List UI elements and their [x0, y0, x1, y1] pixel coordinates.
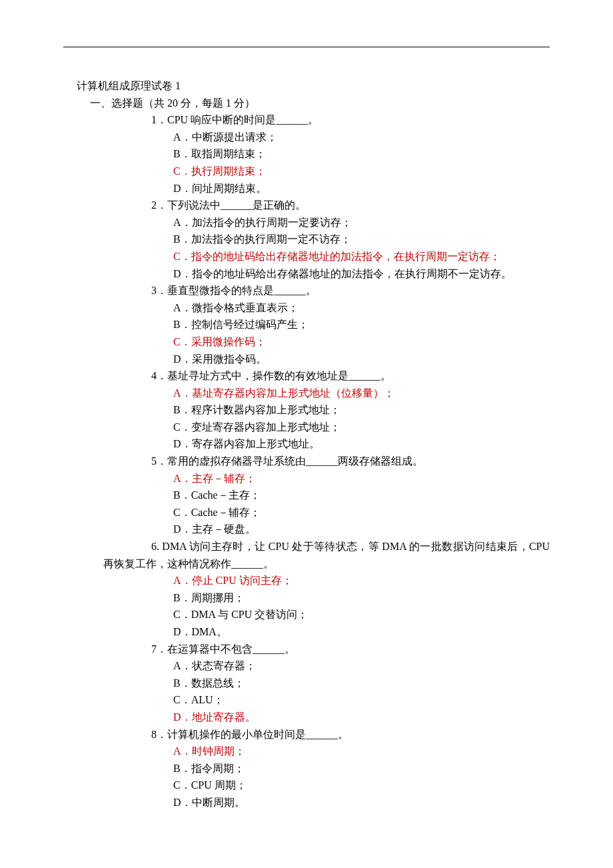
option: D．指令的地址码给出存储器地址的加法指令，在执行周期不一定访存。 [173, 265, 550, 283]
option: D．中断周期。 [173, 794, 550, 811]
option-answer: A．主存－辅存； [173, 470, 550, 487]
option: B．指令周期； [173, 760, 550, 777]
question-stem: 5．常用的虚拟存储器寻址系统由______两级存储器组成。 [151, 453, 550, 470]
option: B．程序计数器内容加上形式地址； [173, 401, 550, 419]
option: A．加法指令的执行周期一定要访存； [173, 214, 550, 231]
option-answer: C．采用微操作码； [173, 333, 550, 351]
option: C．Cache－辅存； [173, 504, 550, 521]
question-stem: 8．计算机操作的最小单位时间是______。 [151, 726, 550, 743]
option: D．寄存器内容加上形式地址。 [173, 435, 550, 453]
question-stem: 1．CPU 响应中断的时间是______。 [151, 111, 550, 129]
option: D．DMA。 [173, 623, 550, 641]
option: A．状态寄存器； [173, 657, 550, 675]
option-answer: A．基址寄存器内容加上形式地址（位移量）； [173, 385, 550, 402]
question-stem: 3．垂直型微指令的特点是______。 [151, 282, 550, 299]
option: C．CPU 周期； [173, 777, 550, 794]
question-stem: 2．下列说法中______是正确的。 [151, 197, 550, 214]
option-answer: D．地址寄存器。 [173, 709, 550, 726]
questions-container: 1．CPU 响应中断的时间是______。A．中断源提出请求；B．取指周期结束；… [63, 111, 550, 811]
option: A．微指令格式垂直表示； [173, 299, 550, 317]
option: B．数据总线； [173, 675, 550, 692]
option-answer: A．停止 CPU 访问主存； [173, 572, 550, 589]
option: C．变址寄存器内容加上形式地址； [173, 419, 550, 436]
exam-title: 计算机组成原理试卷 1 [77, 77, 550, 95]
option: B．Cache－主存； [173, 487, 550, 504]
question-stem: 4．基址寻址方式中，操作数的有效地址是______。 [151, 367, 550, 385]
question-stem: 7．在运算器中不包含______。 [151, 641, 550, 658]
top-rule [63, 47, 550, 47]
option-answer: A．时钟周期； [173, 743, 550, 760]
question-stem: 6. DMA 访问主存时，让 CPU 处于等待状态，等 DMA 的一批数据访问结… [63, 538, 550, 572]
option: B．加法指令的执行周期一定不访存； [173, 231, 550, 248]
option: C．DMA 与 CPU 交替访问； [173, 606, 550, 623]
option: D．采用微指令码。 [173, 351, 550, 368]
section-header: 一、选择题（共 20 分，每题 1 分） [90, 95, 550, 112]
document-page: 计算机组成原理试卷 1 一、选择题（共 20 分，每题 1 分） 1．CPU 响… [0, 0, 613, 868]
option: A．中断源提出请求； [173, 129, 550, 146]
option: D．间址周期结束。 [173, 180, 550, 197]
option: B．取指周期结束； [173, 145, 550, 163]
option: D．主存－硬盘。 [173, 521, 550, 538]
option: C．ALU； [173, 691, 550, 709]
option: B．控制信号经过编码产生； [173, 316, 550, 333]
option-answer: C．指令的地址码给出存储器地址的加法指令，在执行周期一定访存； [173, 248, 550, 265]
option-answer: C．执行周期结束； [173, 163, 550, 180]
option: B．周期挪用； [173, 589, 550, 607]
